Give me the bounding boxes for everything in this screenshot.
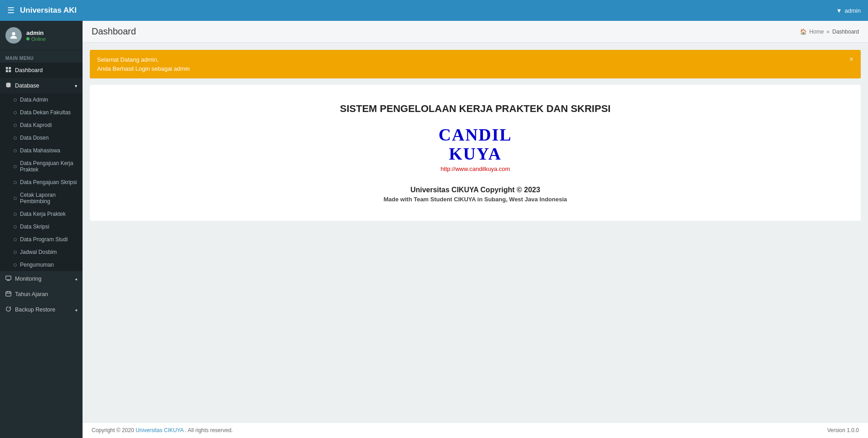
app-title: Universitas AKI bbox=[20, 6, 77, 15]
logo-box: CANDIL KUYA http://www.candilkuya.com bbox=[439, 126, 512, 172]
footer-link[interactable]: Universitas CIKUYA bbox=[136, 427, 184, 433]
sidebar-dashboard-label: Dashboard bbox=[15, 67, 43, 73]
content-header: Dashboard 🏠 Home » Dashboard bbox=[83, 21, 868, 43]
page-title: Dashboard bbox=[92, 26, 136, 37]
dot-icon bbox=[14, 136, 17, 140]
sidebar-item-data-admin[interactable]: Data Admin bbox=[0, 93, 83, 106]
svg-rect-1 bbox=[6, 67, 8, 69]
breadcrumb-home[interactable]: Home bbox=[809, 29, 824, 35]
alert-close-button[interactable]: × bbox=[849, 55, 853, 63]
dot-icon bbox=[14, 111, 17, 114]
sidebar-item-data-kerja-praktek[interactable]: Data Kerja Praktek bbox=[0, 208, 83, 220]
hamburger-icon[interactable]: ☰ bbox=[7, 5, 15, 15]
username-label: admin bbox=[26, 29, 46, 36]
admin-menu[interactable]: ▼ admin bbox=[836, 7, 861, 14]
caret-icon: ▼ bbox=[836, 7, 842, 14]
sidebar-item-data-kaprodi[interactable]: Data Kaprodi bbox=[0, 119, 83, 131]
dot-icon bbox=[14, 213, 17, 216]
svg-rect-2 bbox=[9, 67, 11, 69]
breadcrumb: 🏠 Home » Dashboard bbox=[800, 29, 859, 35]
backup-icon bbox=[5, 306, 11, 313]
dot-icon bbox=[14, 238, 17, 241]
dot-icon bbox=[14, 149, 17, 152]
sidebar-item-jadwal-dosbim[interactable]: Jadwal Dosbim bbox=[0, 246, 83, 258]
dot-icon bbox=[14, 124, 17, 127]
breadcrumb-current: Dashboard bbox=[832, 29, 859, 35]
sidebar-item-backup-restore[interactable]: Backup Restore ◂ bbox=[0, 302, 83, 317]
content-area: Dashboard 🏠 Home » Dashboard Selamat Dat… bbox=[83, 21, 868, 438]
sidebar-item-tahun-ajaran[interactable]: Tahun Ajaran bbox=[0, 287, 83, 302]
user-info: admin Online bbox=[26, 29, 46, 42]
svg-point-0 bbox=[12, 32, 15, 35]
logo-url: http://www.candilkuya.com bbox=[439, 165, 512, 172]
dot-icon bbox=[14, 197, 17, 200]
logo-kuya: KUYA bbox=[439, 145, 512, 164]
sidebar-item-data-mahasiswa[interactable]: Data Mahasiswa bbox=[0, 144, 83, 157]
alert-line2: Anda Berhasil Login sebagai admin bbox=[97, 64, 190, 73]
sidebar-backup-label: Backup Restore bbox=[15, 307, 55, 313]
home-icon: 🏠 bbox=[800, 29, 807, 35]
admin-label: admin bbox=[845, 7, 861, 14]
status-badge: Online bbox=[26, 36, 46, 42]
sidebar-item-cetak-laporan[interactable]: Cetak Laporan Pembimbing bbox=[0, 189, 83, 208]
footer-copy: Copyright © 2020 Universitas CIKUYA . Al… bbox=[92, 427, 233, 433]
svg-rect-6 bbox=[6, 276, 11, 280]
sidebar-user: admin Online bbox=[0, 21, 83, 50]
dashboard-icon bbox=[5, 67, 11, 74]
sidebar-item-data-program-studi[interactable]: Data Program Studi bbox=[0, 233, 83, 246]
monitoring-arrow-icon: ◂ bbox=[75, 277, 77, 282]
copyright-title: Universitas CIKUYA Copyright © 2023 bbox=[410, 186, 540, 194]
dot-icon bbox=[14, 225, 17, 229]
sidebar-item-pengumuman[interactable]: Pengumuman bbox=[0, 258, 83, 271]
top-navbar: ☰ Universitas AKI ▼ admin bbox=[0, 0, 868, 21]
svg-rect-4 bbox=[9, 70, 11, 72]
monitoring-icon bbox=[5, 275, 11, 282]
logo-candil: CANDIL bbox=[439, 126, 512, 145]
svg-rect-7 bbox=[6, 292, 11, 296]
dot-icon bbox=[14, 181, 17, 184]
alert-text: Selamat Datang admin, Anda Berhasil Logi… bbox=[97, 55, 190, 73]
alert-line1: Selamat Datang admin, bbox=[97, 55, 190, 64]
breadcrumb-sep: » bbox=[827, 29, 830, 35]
dot-icon bbox=[14, 251, 17, 254]
calendar-icon bbox=[5, 291, 11, 298]
sidebar-item-data-dekan-fakultas[interactable]: Data Dekan Fakultas bbox=[0, 106, 83, 119]
page-footer: Copyright © 2020 Universitas CIKUYA . Al… bbox=[83, 422, 868, 438]
sidebar-item-data-pengajuan-skripsi[interactable]: Data Pengajuan Skripsi bbox=[0, 176, 83, 189]
dot-icon bbox=[14, 263, 17, 267]
sidebar-item-monitoring[interactable]: Monitoring ◂ bbox=[0, 271, 83, 287]
footer-rights: . All rights reserved. bbox=[185, 427, 233, 433]
dot-icon bbox=[14, 165, 17, 168]
footer-copy-text: Copyright © 2020 bbox=[92, 427, 134, 433]
content-main: Selamat Datang admin, Anda Berhasil Logi… bbox=[83, 43, 868, 422]
main-menu-label: MAIN MENU bbox=[0, 50, 83, 63]
sidebar-database-label: Database bbox=[15, 83, 39, 89]
system-title: SISTEM PENGELOLAAN KERJA PRAKTEK DAN SKR… bbox=[340, 103, 611, 115]
main-layout: admin Online MAIN MENU Dashboard Databas… bbox=[0, 21, 868, 438]
sidebar-monitoring-label: Monitoring bbox=[15, 276, 41, 282]
sidebar-item-data-pengajuan-kp[interactable]: Data Pengajuan Kerja Praktek bbox=[0, 157, 83, 176]
backup-arrow-icon: ◂ bbox=[75, 307, 77, 312]
dot-icon bbox=[14, 98, 17, 102]
sidebar-item-database[interactable]: Database ▾ bbox=[0, 78, 83, 93]
database-icon bbox=[5, 82, 11, 89]
sidebar-item-data-skripsi[interactable]: Data Skripsi bbox=[0, 220, 83, 233]
sidebar-tahun-ajaran-label: Tahun Ajaran bbox=[15, 291, 48, 297]
copyright-sub: Made with Team Student CIKUYA in Subang,… bbox=[384, 196, 567, 203]
sidebar: admin Online MAIN MENU Dashboard Databas… bbox=[0, 21, 83, 438]
database-arrow-icon: ▾ bbox=[75, 83, 77, 88]
alert-banner: Selamat Datang admin, Anda Berhasil Logi… bbox=[90, 50, 861, 78]
avatar bbox=[5, 27, 22, 44]
database-subitems: Data Admin Data Dekan Fakultas Data Kapr… bbox=[0, 93, 83, 271]
svg-rect-3 bbox=[6, 70, 8, 72]
main-card: SISTEM PENGELOLAAN KERJA PRAKTEK DAN SKR… bbox=[90, 85, 861, 221]
sidebar-item-data-dosen[interactable]: Data Dosen bbox=[0, 131, 83, 144]
navbar-left: ☰ Universitas AKI bbox=[7, 5, 77, 15]
version-label: Version 1.0.0 bbox=[827, 427, 859, 433]
sidebar-item-dashboard[interactable]: Dashboard bbox=[0, 63, 83, 78]
